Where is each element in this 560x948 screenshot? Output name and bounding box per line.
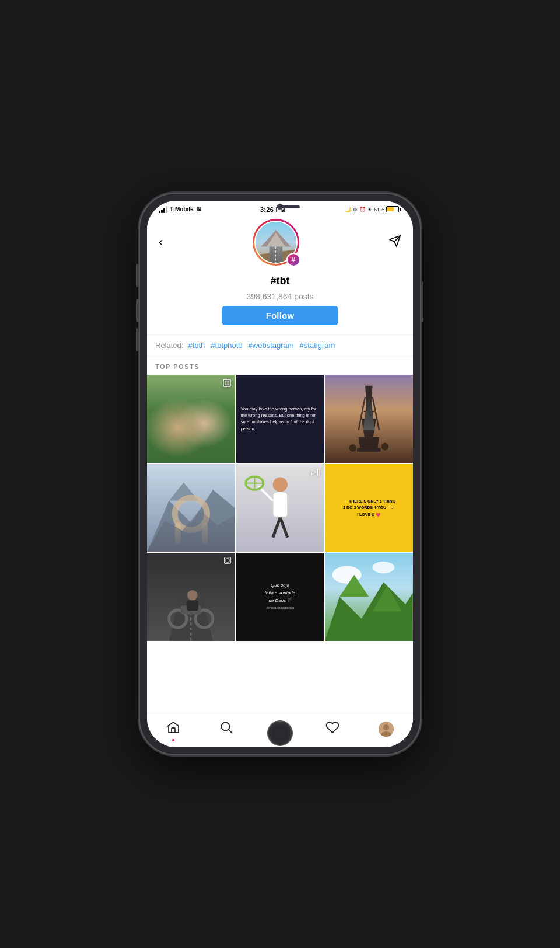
multi-photo-icon-1 (222, 378, 232, 389)
related-tags-list: #tbth #tbtphoto #webstagram #statigram (188, 341, 335, 350)
home-button[interactable] (267, 720, 293, 746)
svg-point-59 (383, 724, 389, 730)
post-item-9[interactable] (325, 553, 413, 641)
post-item-4[interactable] (147, 464, 235, 552)
svg-marker-13 (359, 437, 379, 448)
phone-screen: T-Mobile ≋ 3:26 PM 🌙 ⊕ ⏰ ✴ 61% ‹ (147, 201, 413, 747)
nav-likes[interactable] (318, 718, 346, 740)
svg-rect-4 (269, 247, 282, 263)
svg-point-48 (373, 562, 395, 573)
phone-device: T-Mobile ≋ 3:26 PM 🌙 ⊕ ⏰ ✴ 61% ‹ (140, 194, 420, 754)
profile-header: #tbt 398,631,864 posts Follow (147, 269, 413, 334)
signal-bars-icon (159, 206, 167, 213)
hashtag-name: #tbt (271, 275, 290, 287)
related-tag-1[interactable]: #tbth (188, 341, 205, 350)
svg-point-27 (272, 477, 287, 492)
svg-rect-9 (225, 381, 229, 385)
related-tag-2[interactable]: #tbtphoto (211, 341, 242, 350)
svg-point-53 (222, 723, 230, 731)
post-item-3[interactable] (325, 375, 413, 463)
post-item-1[interactable] (147, 375, 235, 463)
video-icon-5: ▷|| (312, 468, 320, 476)
alarm-icon: ⏰ (359, 207, 366, 212)
svg-line-54 (229, 730, 232, 733)
hashtag-badge-icon: # (286, 253, 300, 267)
post-image-3 (325, 375, 413, 463)
posts-grid: You may love the wrong person, cry for t… (147, 375, 413, 641)
svg-point-42 (187, 590, 198, 601)
post-image-9 (325, 553, 413, 641)
nav-home[interactable] (159, 718, 187, 740)
svg-rect-14 (358, 448, 381, 452)
content-area[interactable]: #tbt 398,631,864 posts Follow Related: #… (147, 269, 413, 713)
battery-indicator (386, 206, 401, 212)
svg-rect-52 (172, 728, 175, 733)
wifi-icon: ≋ (196, 205, 201, 213)
svg-rect-43 (187, 601, 198, 611)
follow-button[interactable]: Follow (222, 306, 338, 325)
svg-rect-44 (224, 557, 230, 564)
post-item-6[interactable]: ✨ THERE'S ONLY 1 THING2 DO 3 WORDS 4 YOU… (325, 464, 413, 552)
post-quote-text-2: You may love the wrong person, cry for t… (241, 406, 320, 432)
svg-rect-8 (223, 379, 230, 386)
profile-avatar-container: # (253, 219, 299, 266)
related-tag-3[interactable]: #webstagram (249, 341, 294, 350)
post-bible-text-8: Que sejafeita a vontadede Deus ♡@recados… (265, 582, 295, 612)
related-label: Related: (155, 341, 183, 350)
top-posts-label: TOP POSTS (147, 356, 413, 375)
home-icon (166, 720, 180, 738)
post-image-4 (147, 464, 235, 552)
bluetooth-icon: ✴ (368, 207, 372, 212)
status-left: T-Mobile ≋ (159, 205, 201, 213)
speaker-grille (276, 205, 300, 208)
post-image-7 (147, 553, 235, 641)
related-tags-section: Related: #tbth #tbtphoto #webstagram #st… (147, 334, 413, 356)
search-icon (219, 720, 233, 738)
svg-rect-25 (202, 522, 208, 545)
nav-search[interactable] (212, 718, 240, 740)
heart-icon (326, 720, 340, 738)
post-image-5 (236, 464, 324, 552)
status-right: 🌙 ⊕ ⏰ ✴ 61% (345, 206, 401, 212)
post-count-label: 398,631,864 posts (246, 292, 313, 301)
post-item-5[interactable]: ▷|| (236, 464, 324, 552)
back-button[interactable]: ‹ (156, 232, 165, 252)
carrier-label: T-Mobile (170, 206, 194, 212)
direct-message-button[interactable] (386, 232, 404, 253)
post-yellow-text-6: ✨ THERE'S ONLY 1 THING2 DO 3 WORDS 4 YOU… (342, 498, 396, 518)
battery-percent: 61% (374, 207, 384, 212)
svg-point-18 (349, 444, 357, 452)
related-tag-4[interactable]: #statigram (300, 341, 335, 350)
location-icon: ⊕ (353, 207, 358, 212)
nav-profile[interactable] (372, 719, 401, 739)
svg-rect-45 (226, 559, 229, 562)
top-nav: ‹ (147, 215, 413, 269)
svg-rect-28 (272, 492, 287, 517)
post-item-2[interactable]: You may love the wrong person, cry for t… (236, 375, 324, 463)
svg-marker-11 (365, 386, 373, 419)
svg-rect-24 (175, 522, 181, 545)
home-active-dot (172, 739, 174, 741)
moon-icon: 🌙 (345, 207, 351, 212)
multi-photo-icon-7 (223, 556, 232, 566)
svg-point-19 (382, 443, 389, 451)
post-item-7[interactable] (147, 553, 235, 641)
profile-avatar-nav (379, 722, 394, 737)
post-item-8[interactable]: Que sejafeita a vontadede Deus ♡@recados… (236, 553, 324, 641)
